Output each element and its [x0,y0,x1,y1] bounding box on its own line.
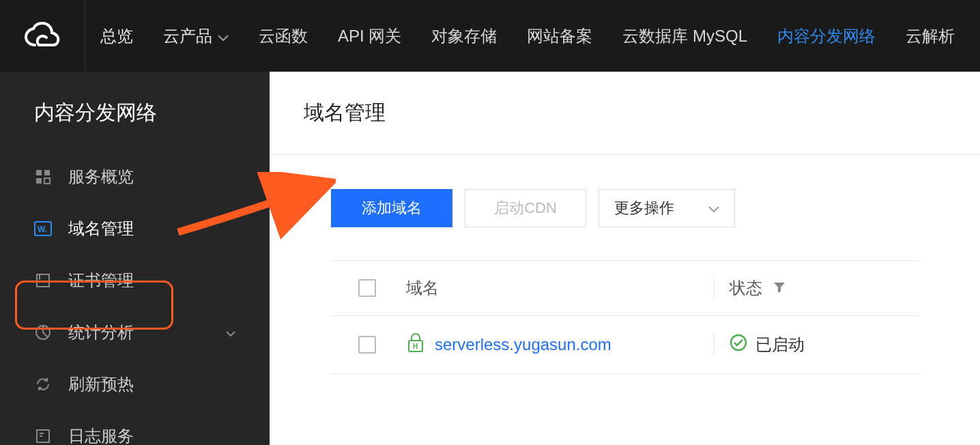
nav-products[interactable]: 云产品 [148,0,244,72]
sidebar-item-domain[interactable]: W. 域名管理 [0,203,270,255]
filter-icon[interactable] [773,278,786,298]
cloud-logo-icon [24,22,61,51]
sidebar-item-overview[interactable]: 服务概览 [0,151,270,203]
sidebar-item-label: 日志服务 [68,425,134,445]
nav-mysql[interactable]: 云数据库 MySQL [607,0,762,72]
sidebar-item-label: 刷新预热 [68,373,134,395]
sidebar: 内容分发网络 服务概览 W. 域名管理 证书管理 统计分析 [0,72,270,445]
nav-cos[interactable]: 对象存储 [416,0,512,72]
svg-rect-1 [44,170,50,175]
https-lock-icon: H [406,332,425,357]
page-title: 域名管理 [304,99,946,127]
caret-down-icon [708,199,719,217]
caret-down-icon [226,326,235,340]
svg-rect-6 [37,274,49,287]
main-content: 域名管理 添加域名 启动CDN 更多操作 域名 状态 [270,72,980,445]
top-nav: 总览 云产品 云函数 API 网关 对象存储 网站备案 云数据库 MySQL 内… [85,0,970,72]
domain-table: 域名 状态 H serverless.yugasun.com [331,260,919,374]
row-checkbox[interactable] [358,336,376,354]
column-status[interactable]: 状态 [714,277,919,299]
logo[interactable] [0,0,85,72]
caret-down-icon [218,27,229,46]
svg-rect-3 [44,178,50,184]
sidebar-item-label: 域名管理 [68,218,134,240]
sidebar-item-cert[interactable]: 证书管理 [0,255,270,306]
dashboard-icon [34,168,52,186]
more-actions-dropdown[interactable]: 更多操作 [599,189,735,227]
select-all-checkbox[interactable] [358,279,376,297]
sidebar-title: 内容分发网络 [0,99,270,151]
nav-dns[interactable]: 云解析 [891,0,970,72]
nav-beian[interactable]: 网站备案 [512,0,607,72]
svg-rect-2 [36,178,42,184]
globe-icon: W. [34,220,52,238]
table-row: H serverless.yugasun.com 已启动 [331,316,919,373]
svg-text:H: H [413,343,418,350]
sidebar-item-label: 统计分析 [68,321,134,343]
log-icon [34,427,52,445]
nav-overview[interactable]: 总览 [85,0,148,72]
refresh-icon [34,375,52,393]
nav-scf[interactable]: 云函数 [244,0,323,72]
add-domain-button[interactable]: 添加域名 [331,189,452,227]
table-header: 域名 状态 [331,261,919,316]
svg-text:W.: W. [38,225,47,234]
nav-cdn[interactable]: 内容分发网络 [762,0,891,72]
status-text: 已启动 [755,334,805,356]
pie-chart-icon [34,324,52,341]
action-buttons: 添加域名 启动CDN 更多操作 [331,189,946,227]
domain-link[interactable]: serverless.yugasun.com [435,335,611,354]
sidebar-item-label: 服务概览 [68,166,134,188]
sidebar-item-logs[interactable]: 日志服务 [0,410,270,445]
success-icon [730,334,747,356]
column-domain[interactable]: 域名 [406,277,714,299]
svg-point-11 [731,335,746,350]
nav-apigw[interactable]: API 网关 [323,0,416,72]
start-cdn-button[interactable]: 启动CDN [465,189,586,227]
svg-rect-8 [37,430,49,442]
sidebar-item-label: 证书管理 [68,270,134,291]
svg-rect-0 [36,170,42,175]
certificate-icon [34,272,52,289]
sidebar-item-stats[interactable]: 统计分析 [0,306,270,358]
sidebar-item-refresh[interactable]: 刷新预热 [0,358,270,410]
topbar: 总览 云产品 云函数 API 网关 对象存储 网站备案 云数据库 MySQL 内… [0,0,980,72]
